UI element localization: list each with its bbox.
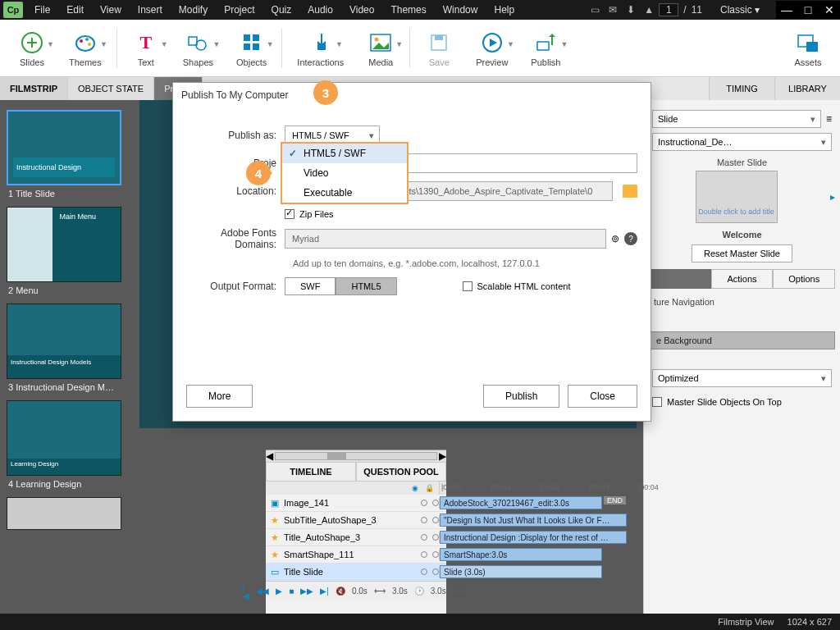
ribbon-shapes[interactable]: ▼ Shapes: [183, 29, 213, 67]
fonts-domains-input[interactable]: Myriad: [285, 229, 606, 249]
slide-thumb-1-title: Instructional Design: [13, 158, 115, 177]
menu-themes[interactable]: Themes: [382, 4, 434, 16]
ribbon-save[interactable]: Save: [425, 29, 453, 67]
publish-button[interactable]: Publish: [483, 385, 559, 408]
prop-tab-actions[interactable]: Actions: [711, 269, 774, 289]
svg-rect-9: [244, 34, 250, 41]
clip[interactable]: "Design Is Not Just What It Looks Like O…: [440, 514, 627, 527]
master-dropdown-icon[interactable]: ▸: [830, 191, 835, 203]
zip-files-checkbox[interactable]: ✓: [285, 209, 294, 219]
star-icon: ★: [271, 532, 279, 543]
prop-tab-options[interactable]: Options: [773, 269, 835, 289]
row-name: Title_AutoShape_3: [284, 532, 360, 542]
reset-master-button[interactable]: Reset Master Slide: [692, 244, 792, 262]
visibility-header-icon[interactable]: ◉: [412, 484, 418, 492]
menu-project[interactable]: Project: [216, 4, 262, 16]
dropdown-option[interactable]: HTML5 / SWF: [282, 144, 407, 163]
tl-stop-icon[interactable]: ■: [289, 587, 294, 596]
dropdown-option[interactable]: Video: [282, 163, 407, 183]
page-current[interactable]: 1: [659, 3, 678, 16]
lock-header-icon[interactable]: 🔒: [425, 484, 434, 492]
fonts-hint: Add up to ten domains, e.g. *.adobe.com,…: [293, 258, 637, 268]
svg-point-4: [80, 39, 83, 43]
menu-file[interactable]: File: [26, 4, 58, 16]
master-slide-preview[interactable]: Double click to add title: [696, 171, 778, 223]
tab-object-state[interactable]: OBJECT STATE: [68, 77, 154, 100]
prop-tab-style[interactable]: [649, 269, 711, 289]
window-close-button[interactable]: ✕: [819, 1, 840, 19]
slide-thumb-5[interactable]: [7, 497, 126, 530]
ribbon-interactions[interactable]: ▼ Interactions: [297, 29, 344, 67]
slide-name-field[interactable]: Slide: [652, 110, 821, 128]
tl-next-icon[interactable]: ▶▶: [300, 587, 313, 596]
ribbon-slides[interactable]: ▼ Slides: [18, 29, 46, 67]
tl-last-icon[interactable]: ▶|: [320, 587, 329, 596]
slide-thumb-3[interactable]: Instructional Design Models 3 Instructio…: [7, 304, 126, 395]
cloud-icon[interactable]: ⊚: [611, 233, 619, 244]
clip[interactable]: Slide (3.0s): [440, 565, 602, 578]
question-pool-tab[interactable]: QUESTION POOL: [356, 462, 446, 482]
menu-edit[interactable]: Edit: [58, 4, 92, 16]
tab-library[interactable]: LIBRARY: [774, 77, 840, 100]
tl-play-icon[interactable]: ▶: [276, 587, 282, 596]
ribbon-text[interactable]: T▼ Text: [132, 29, 160, 67]
ribbon-assets[interactable]: Assets: [794, 29, 822, 67]
window-maximize-button[interactable]: □: [797, 1, 819, 19]
ribbon-objects[interactable]: ▼ Objects: [236, 29, 267, 67]
tab-timing[interactable]: TIMING: [709, 77, 774, 100]
scalable-checkbox[interactable]: [463, 281, 472, 291]
clip[interactable]: AdobeStock_370219467_edit:3.0s: [440, 496, 602, 509]
menu-audio[interactable]: Audio: [299, 4, 341, 16]
menu-view[interactable]: View: [92, 4, 130, 16]
clip[interactable]: SmartShape:3.0s: [440, 548, 602, 561]
tick-end: END: [604, 496, 626, 504]
menu-video[interactable]: Video: [341, 4, 382, 16]
menu-insert[interactable]: Insert: [130, 4, 171, 16]
timeline-hscroll[interactable]: ◀▶: [266, 450, 446, 462]
slide-thumb-2[interactable]: Main Menu 2 Menu: [7, 207, 126, 299]
more-button[interactable]: More: [186, 385, 253, 408]
ribbon-text-label: Text: [138, 57, 154, 67]
workspace-selector[interactable]: Classic ▾: [712, 4, 768, 16]
panel-icon[interactable]: ▭: [587, 2, 603, 17]
menu-quiz[interactable]: Quiz: [263, 4, 300, 16]
master-slide-select[interactable]: Instructional_De…: [652, 133, 832, 151]
background-section[interactable]: e Background: [649, 331, 835, 349]
tl-first-icon[interactable]: |◀: [243, 582, 249, 600]
timeline-row[interactable]: ▭Title Slide Slide (3.0s): [266, 564, 446, 581]
help-icon[interactable]: ?: [624, 232, 637, 245]
background-select[interactable]: Optimized: [652, 369, 832, 387]
timeline-row[interactable]: ▣Image_141 AdobeStock_370219467_edit:3.0…: [266, 495, 446, 512]
download-icon[interactable]: ⬇: [623, 2, 639, 17]
browse-folder-icon[interactable]: [623, 185, 637, 198]
tl-mute-icon[interactable]: 🔇: [336, 587, 345, 596]
slide-icon: ▭: [271, 567, 279, 578]
svg-point-3: [76, 36, 94, 51]
output-format-toggle[interactable]: SWF HTML5: [285, 277, 397, 295]
menu-modify[interactable]: Modify: [171, 4, 216, 16]
menu-window[interactable]: Window: [435, 4, 486, 16]
timeline-row[interactable]: ★SmartShape_111 SmartShape:3.0s: [266, 546, 446, 564]
ribbon-media[interactable]: ▼ Media: [367, 29, 395, 67]
panel-menu-icon[interactable]: ≡: [826, 113, 832, 125]
slide-thumb-4[interactable]: Learning Design 4 Learning Design: [7, 400, 126, 492]
master-on-top-checkbox[interactable]: Master Slide Objects On Top: [649, 392, 835, 412]
mail-icon[interactable]: ✉: [605, 2, 621, 17]
timeline-row[interactable]: ★SubTitle_AutoShape_3 "Design Is Not Jus…: [266, 512, 446, 529]
window-minimize-button[interactable]: —: [776, 1, 797, 19]
dropdown-option[interactable]: Executable: [282, 183, 407, 203]
timeline-tab[interactable]: TIMELINE: [266, 462, 356, 482]
close-button[interactable]: Close: [568, 385, 637, 408]
ribbon-preview[interactable]: ▼ Preview: [476, 29, 508, 67]
output-swf[interactable]: SWF: [285, 277, 336, 295]
slide-thumb-1[interactable]: Instructional Design 1 Title Slide: [7, 110, 126, 202]
up-icon[interactable]: ▲: [641, 2, 657, 17]
tab-filmstrip[interactable]: FILMSTRIP: [0, 77, 68, 100]
tl-prev-icon[interactable]: ◀◀: [256, 587, 269, 596]
clip[interactable]: Instructional Design :Display for the re…: [440, 531, 627, 544]
ribbon-publish[interactable]: ▼ Publish: [531, 29, 560, 67]
ribbon-themes[interactable]: ▼ Themes: [69, 29, 102, 67]
timeline-row[interactable]: ★Title_AutoShape_3 Instructional Design …: [266, 529, 446, 546]
output-html5[interactable]: HTML5: [336, 277, 396, 295]
menu-help[interactable]: Help: [486, 4, 523, 16]
